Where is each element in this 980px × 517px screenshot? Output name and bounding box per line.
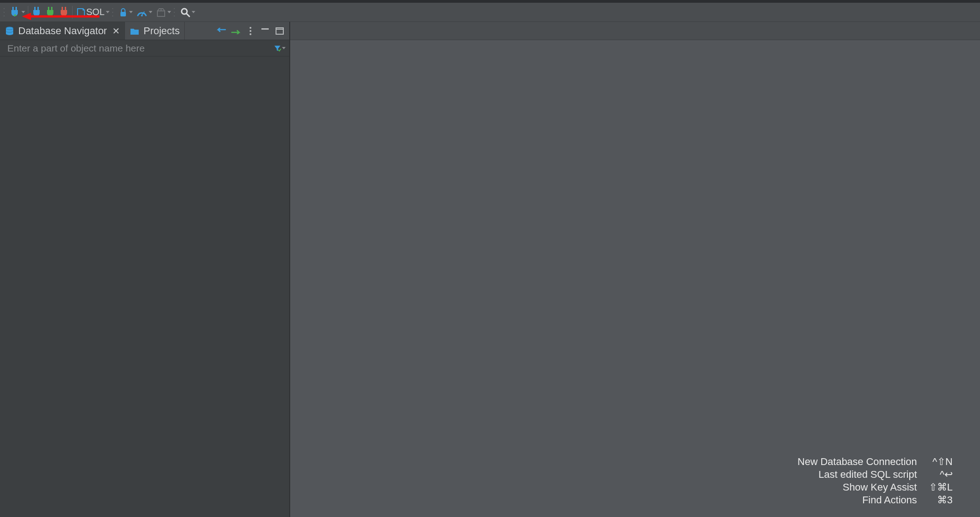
disconnect-all-button[interactable] [57, 5, 70, 20]
menu-kebab-icon [250, 27, 251, 35]
chevron-down-icon [192, 11, 195, 13]
tab-label: Projects [143, 25, 179, 37]
shortcut-hints: New Database Connection ^⇧N Last edited … [798, 456, 953, 506]
left-pane: Database Navigator ✕ Projects [0, 22, 290, 517]
editor-body[interactable]: New Database Connection ^⇧N Last edited … [290, 40, 980, 517]
tabbar-tools [215, 22, 289, 40]
hint-find-actions[interactable]: Find Actions [862, 494, 917, 506]
new-connection-button[interactable] [8, 5, 26, 20]
disconnect-all-icon [61, 7, 67, 16]
editor-topband [290, 22, 980, 40]
lock-icon [120, 9, 126, 16]
maximize-icon [275, 27, 284, 35]
search-button[interactable] [178, 5, 196, 20]
svg-rect-8 [62, 7, 63, 10]
maximize-button[interactable] [274, 25, 286, 37]
editor-area: New Database Connection ^⇧N Last edited … [290, 22, 980, 517]
tab-database-navigator[interactable]: Database Navigator ✕ [0, 22, 125, 40]
svg-rect-9 [65, 7, 66, 10]
toolbar-divider [72, 6, 73, 19]
content: Database Navigator ✕ Projects [0, 22, 980, 517]
hint-key: ^⇧N [933, 456, 953, 468]
chevron-down-icon [149, 11, 152, 13]
svg-rect-21 [261, 28, 269, 30]
tabbar: Database Navigator ✕ Projects [0, 22, 289, 40]
toolbar-grip [4, 8, 5, 16]
hint-last-sql-script[interactable]: Last edited SQL script [818, 469, 917, 481]
filter-icon [274, 44, 281, 53]
database-icon [5, 26, 15, 36]
view-menu-button[interactable] [245, 25, 256, 37]
connect-icon [33, 7, 40, 16]
chevron-down-icon [167, 11, 171, 13]
transaction-button[interactable] [117, 5, 134, 20]
sql-editor-button[interactable]: SQL [74, 5, 110, 20]
toolbar-grip [174, 8, 175, 16]
hint-key: ^↩ [940, 469, 953, 481]
disconnect-button[interactable] [44, 5, 57, 20]
sync-arrow-icon [231, 28, 241, 34]
toolbar-divider [28, 6, 28, 19]
hint-key: ⇧⌘L [929, 481, 953, 493]
svg-rect-6 [48, 7, 49, 10]
svg-rect-4 [34, 7, 36, 10]
minimize-button[interactable] [259, 25, 271, 37]
svg-point-12 [141, 15, 143, 16]
chevron-down-icon [21, 11, 25, 13]
svg-rect-13 [157, 11, 165, 16]
svg-rect-1 [16, 7, 17, 10]
minimize-icon [261, 27, 270, 35]
hint-show-key-assist[interactable]: Show Key Assist [843, 481, 917, 493]
toolbar: SQL [0, 3, 980, 22]
chevron-down-icon [282, 47, 286, 49]
svg-rect-5 [37, 7, 39, 10]
navigator-body[interactable] [0, 57, 289, 517]
svg-rect-0 [12, 7, 14, 10]
hint-key: ⌘3 [937, 494, 953, 506]
search-icon [182, 9, 189, 16]
svg-rect-7 [51, 7, 52, 10]
folder-icon [130, 26, 140, 36]
sync-arrow-button[interactable] [230, 25, 242, 37]
svg-rect-3 [14, 15, 16, 16]
link-arrow-icon [216, 28, 226, 34]
sql-label: SQL [86, 7, 104, 17]
tab-projects[interactable]: Projects [125, 22, 184, 40]
chevron-down-icon [129, 11, 133, 13]
dashboard-icon [138, 12, 146, 16]
link-arrow-button[interactable] [215, 25, 227, 37]
new-connection-icon [11, 7, 18, 16]
filter-button[interactable] [274, 42, 286, 54]
svg-rect-10 [120, 12, 126, 16]
dashboard-button[interactable] [135, 5, 153, 20]
filter-input[interactable] [7, 43, 274, 54]
sql-editor-icon [78, 9, 84, 16]
toolbar-grip [112, 8, 113, 16]
svg-line-16 [187, 14, 189, 16]
connect-button[interactable] [30, 5, 43, 20]
disconnect-icon [47, 7, 53, 16]
hint-new-db-connection[interactable]: New Database Connection [798, 456, 917, 468]
import-icon [157, 9, 165, 16]
tab-label: Database Navigator [18, 25, 107, 37]
close-icon[interactable]: ✕ [112, 26, 120, 36]
import-button[interactable] [154, 5, 172, 20]
filter-row [0, 40, 289, 57]
chevron-down-icon [106, 11, 109, 13]
